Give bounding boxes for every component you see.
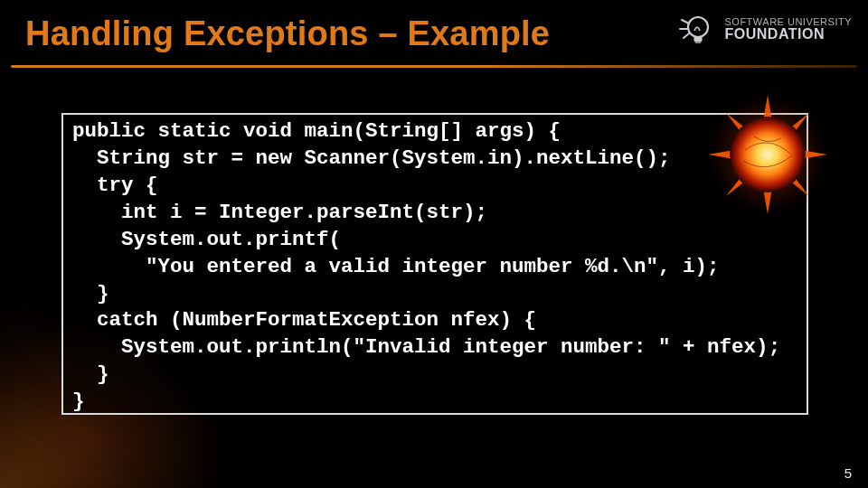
brand-text: SOFTWARE UNIVERSITY FOUNDATION (725, 17, 853, 42)
lightbulb-icon (676, 9, 716, 49)
code-block: public static void main(String[] args) {… (61, 113, 808, 415)
slide-title: Handling Exceptions – Example (25, 14, 550, 53)
brand-logo: SOFTWARE UNIVERSITY FOUNDATION (676, 9, 853, 49)
page-number: 5 (844, 465, 852, 481)
svg-rect-1 (693, 36, 702, 42)
code-text: public static void main(String[] args) {… (72, 118, 780, 416)
brand-line1: SOFTWARE UNIVERSITY (725, 17, 853, 27)
svg-rect-2 (694, 42, 701, 43)
brand-line2: FOUNDATION (725, 27, 853, 42)
title-divider (11, 65, 857, 68)
